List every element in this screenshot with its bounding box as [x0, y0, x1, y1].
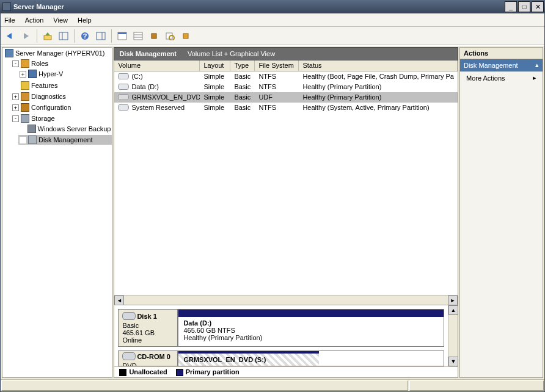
action-icon[interactable] [178, 29, 193, 43]
dvd-icon [122, 352, 136, 362]
volume-list[interactable]: Volume Layout Type File System Status (C… [114, 60, 458, 305]
up-icon[interactable] [40, 29, 55, 43]
volume-status: Healthy (Primary Partition) [299, 93, 458, 102]
tree-storage[interactable]: -Storage [11, 114, 112, 123]
collapse-icon[interactable]: - [12, 60, 19, 67]
svg-marker-3 [45, 32, 50, 35]
disk-icon [28, 136, 37, 144]
volume-fs: UDF [255, 93, 299, 102]
partition[interactable]: Data (D:) 465.60 GB NTFS Healthy (Primar… [178, 310, 444, 346]
horizontal-scrollbar[interactable]: ◄ ► [114, 295, 458, 305]
svg-rect-11 [118, 32, 126, 34]
legend: Unallocated Primary partition [114, 366, 458, 377]
expand-icon[interactable]: + [12, 93, 19, 100]
tree-diagnostics[interactable]: +Diagnostics [11, 92, 112, 101]
expand-icon[interactable]: + [20, 71, 26, 78]
volume-row[interactable]: System ReservedSimpleBasicNTFSHealthy (S… [114, 103, 458, 113]
navigation-tree[interactable]: Server Manager (HYPERV01) -Roles +Hyper-… [2, 47, 112, 378]
scroll-left-icon[interactable]: ◄ [114, 296, 124, 305]
tree-diskmgmt-label: Disk Management [38, 136, 93, 143]
submenu-icon: ▸ [533, 74, 536, 82]
vertical-scrollbar[interactable]: ▲ ▼ [448, 305, 458, 366]
partition-name: Data (D:) [183, 319, 439, 327]
menu-view[interactable]: View [53, 16, 68, 24]
menu-action[interactable]: Action [25, 16, 44, 24]
properties-icon[interactable] [163, 29, 177, 43]
volume-row[interactable]: GRMSXVOL_EN_DVD (S:)SimpleBasicUDFHealth… [114, 92, 458, 103]
close-button[interactable]: ✕ [532, 1, 544, 12]
scroll-up-icon[interactable]: ▲ [448, 305, 458, 315]
content-header: Disk Management Volume List + Graphical … [114, 47, 458, 60]
col-volume[interactable]: Volume [114, 60, 200, 71]
minimize-button[interactable]: _ [505, 1, 517, 12]
tree-hyperv[interactable]: +Hyper-V [18, 69, 112, 79]
dvd-icon [118, 94, 129, 101]
volume-fs: NTFS [255, 103, 299, 112]
tree-configuration[interactable]: +Configuration [11, 103, 112, 112]
menu-help[interactable]: Help [78, 16, 92, 24]
column-headers[interactable]: Volume Layout Type File System Status [114, 60, 458, 71]
menu-file[interactable]: File [4, 16, 15, 24]
disk-name: Disk 1 [137, 313, 156, 320]
tree-features[interactable]: Features [11, 81, 112, 90]
volume-fs: NTFS [255, 72, 299, 81]
volume-icon [118, 84, 129, 91]
expand-icon[interactable]: + [12, 104, 19, 111]
disk-row[interactable]: CD-ROM 0 DVD GRMSXVOL_EN_DVD (S:) [118, 350, 444, 366]
scroll-right-icon[interactable]: ► [448, 296, 458, 305]
svg-rect-15 [152, 34, 156, 38]
actions-pane: Actions Disk Management▴ More Actions▸ [459, 47, 543, 378]
help-icon[interactable]: ? [78, 29, 92, 43]
volume-row[interactable]: Data (D:)SimpleBasicNTFSHealthy (Primary… [114, 82, 458, 92]
forward-button[interactable] [19, 29, 34, 43]
graphical-view[interactable]: Disk 1 Basic 465.61 GB Online Data (D:) … [114, 305, 458, 378]
menu-bar: File Action View Help [1, 13, 544, 27]
disk-row[interactable]: Disk 1 Basic 465.61 GB Online Data (D:) … [118, 309, 444, 347]
actions-more-label: More Actions [466, 74, 505, 82]
col-type[interactable]: Type [230, 60, 255, 71]
collapse-icon[interactable]: ▴ [535, 61, 539, 69]
volume-name: (C:) [131, 73, 142, 80]
diagnostics-icon [21, 92, 29, 101]
refresh-icon[interactable] [115, 29, 130, 43]
panel-icon[interactable] [93, 29, 108, 43]
tree-disk-management[interactable]: Disk Management [18, 135, 112, 145]
backup-icon [27, 125, 36, 133]
volume-row[interactable]: (C:)SimpleBasicNTFSHealthy (Boot, Page F… [114, 71, 458, 82]
actions-more[interactable]: More Actions▸ [460, 71, 543, 84]
window-controls: _ □ ✕ [505, 1, 544, 12]
volume-name: Data (D:) [131, 83, 159, 90]
storage-icon [21, 114, 29, 123]
col-filesystem[interactable]: File System [255, 60, 299, 71]
disk-header[interactable]: CD-ROM 0 DVD [119, 351, 178, 366]
list-view-icon[interactable] [131, 29, 145, 43]
volume-name: GRMSXVOL_EN_DVD (S:) [131, 93, 200, 101]
status-bar [1, 379, 544, 391]
disk-name: CD-ROM 0 [137, 353, 170, 360]
configuration-icon [21, 103, 29, 112]
col-layout[interactable]: Layout [200, 60, 230, 71]
back-button[interactable] [3, 29, 18, 43]
disk-header[interactable]: Disk 1 Basic 465.61 GB Online [119, 310, 178, 346]
partition-status: Healthy (Primary Partition) [183, 334, 439, 341]
tree-root-label: Server Manager (HYPERV01) [15, 49, 105, 57]
partition-size: 465.60 GB NTFS [183, 327, 439, 334]
server-icon [5, 49, 13, 57]
scroll-down-icon[interactable]: ▼ [448, 357, 458, 366]
main-content: Disk Management Volume List + Graphical … [114, 47, 458, 378]
partition[interactable]: GRMSXVOL_EN_DVD (S:) [178, 351, 319, 366]
volume-icon [118, 104, 129, 112]
tree-roles[interactable]: -Roles [11, 59, 112, 68]
content-title: Disk Management [119, 50, 177, 57]
actions-header: Actions [460, 48, 543, 59]
collapse-icon[interactable]: - [12, 115, 19, 122]
show-hide-tree-icon[interactable] [56, 29, 71, 43]
maximize-button[interactable]: □ [518, 1, 530, 12]
settings-icon[interactable] [147, 29, 161, 43]
actions-category[interactable]: Disk Management▴ [460, 59, 543, 71]
tree-root[interactable]: Server Manager (HYPERV01) [4, 48, 112, 58]
col-status[interactable]: Status [299, 60, 458, 71]
tree-backup[interactable]: Windows Server Backup [18, 124, 112, 134]
volume-status: Healthy (System, Active, Primary Partiti… [299, 103, 458, 112]
volume-name: System Reserved [131, 104, 185, 111]
